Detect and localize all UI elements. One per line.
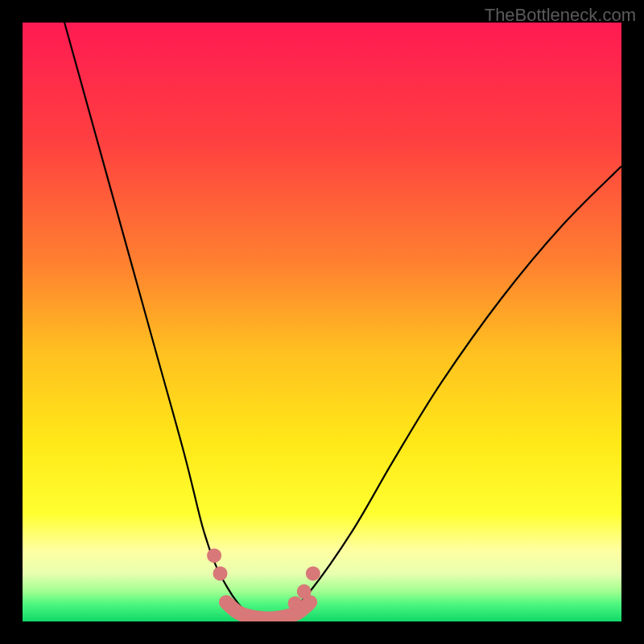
plot-area bbox=[23, 23, 621, 621]
data-marker bbox=[288, 597, 303, 611]
left-curve bbox=[64, 23, 250, 616]
data-marker bbox=[213, 566, 228, 580]
chart-frame: TheBottleneck.com bbox=[0, 0, 644, 644]
data-marker bbox=[297, 584, 312, 599]
data-marker bbox=[306, 566, 320, 580]
right-curve bbox=[286, 167, 621, 616]
data-marker bbox=[207, 548, 221, 563]
curves-layer bbox=[23, 23, 621, 621]
watermark-text: TheBottleneck.com bbox=[485, 5, 636, 26]
